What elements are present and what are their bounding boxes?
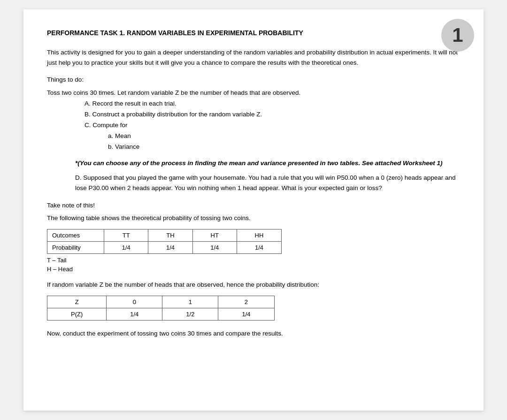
z-2: 2 — [218, 296, 274, 308]
tt-prob: 1/4 — [104, 241, 148, 253]
z-1: 1 — [162, 296, 218, 308]
z-0: 0 — [107, 296, 162, 308]
th-prob: 1/4 — [148, 241, 192, 253]
t-tail-note: T – Tail — [47, 257, 460, 264]
pz-0: 1/4 — [107, 308, 162, 320]
take-note: Take note of this! — [47, 202, 460, 209]
distribution-table: Z 0 1 2 P(Z) 1/4 1/2 1/4 — [47, 296, 275, 321]
ht-col: HT — [192, 229, 237, 241]
page-number: 1 — [441, 19, 474, 52]
table-row: Probability 1/4 1/4 1/4 1/4 — [47, 241, 282, 253]
ht-prob: 1/4 — [192, 241, 237, 253]
table-row: Outcomes TT TH HT HH — [47, 229, 282, 241]
probability-label: Probability — [47, 241, 104, 253]
table-row: P(Z) 1/4 1/2 1/4 — [47, 308, 275, 320]
pz-1: 1/2 — [162, 308, 218, 320]
task-bold-italic: *(You can choose any of the process in f… — [75, 158, 460, 168]
z-label: Z — [47, 296, 107, 308]
page-container: 1 PERFORMANCE TASK 1. RANDOM VARIABLES I… — [23, 9, 484, 411]
table2-section: Z 0 1 2 P(Z) 1/4 1/2 1/4 — [47, 296, 460, 321]
random-var-text: If random variable Z be the number of he… — [47, 281, 460, 288]
task-a: A. Record the result in each trial. — [84, 99, 460, 109]
task-c: C. Compute for — [84, 120, 460, 131]
h-head-note: H – Head — [47, 266, 460, 273]
task-c-b: b. Variance — [108, 142, 460, 153]
outcomes-label: Outcomes — [47, 229, 104, 241]
hh-prob: 1/4 — [237, 241, 281, 253]
task-c-a: a. Mean — [108, 131, 460, 142]
intro-paragraph: This activity is designed for you to gai… — [47, 47, 460, 68]
page-title: PERFORMANCE TASK 1. RANDOM VARIABLES IN … — [47, 28, 460, 38]
following-text: The following table shows the theoretica… — [47, 214, 460, 221]
hh-col: HH — [237, 229, 281, 241]
tt-col: TT — [104, 229, 148, 241]
task-b: B. Construct a probability distribution … — [84, 109, 460, 120]
conclude-text: Now, conduct the experiment of tossing t… — [47, 330, 460, 337]
table1-section: Outcomes TT TH HT HH Probability 1/4 1/4… — [47, 229, 460, 273]
th-col: TH — [148, 229, 192, 241]
task-section: Toss two coins 30 times. Let random vari… — [47, 88, 460, 153]
table-row: Z 0 1 2 — [47, 296, 275, 308]
task-d: D. Supposed that you played the game wit… — [75, 173, 460, 193]
pz-label: P(Z) — [47, 308, 107, 320]
outcomes-probability-table: Outcomes TT TH HT HH Probability 1/4 1/4… — [47, 229, 282, 254]
toss-intro: Toss two coins 30 times. Let random vari… — [47, 88, 460, 99]
pz-2: 1/4 — [218, 308, 274, 320]
things-to-do-label: Things to do: — [47, 76, 460, 83]
